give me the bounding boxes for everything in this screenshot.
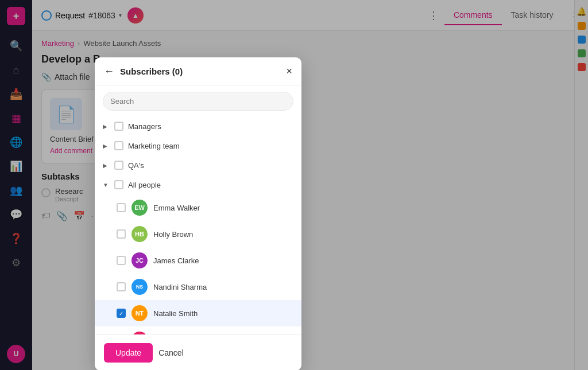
person-james-clarke[interactable]: JC James Clarke [95, 247, 301, 274]
subscribers-modal: ← Subscribers (0) × ▶ Managers ▶ Marketi… [95, 57, 301, 370]
cancel-button[interactable]: Cancel [158, 348, 184, 357]
expand-arrow-qas: ▶ [103, 162, 110, 169]
checkbox-qas[interactable] [114, 161, 123, 170]
avatar-holly: HB [131, 226, 148, 242]
checkbox-nandini[interactable] [117, 282, 126, 291]
avatar-james: JC [131, 252, 148, 268]
group-marketing[interactable]: ▶ Marketing team [95, 136, 301, 155]
group-managers[interactable]: ▶ Managers [95, 116, 301, 136]
checkbox-marketing[interactable] [114, 141, 123, 150]
avatar-nandini: NS [131, 279, 148, 295]
group-qas[interactable]: ▶ QA's [95, 155, 301, 175]
expand-arrow-all-people: ▼ [103, 182, 110, 188]
checkbox-natalie[interactable]: ✓ [117, 309, 126, 318]
checkbox-holly[interactable] [117, 229, 126, 239]
person-name-natalie: Natalie Smith [153, 309, 198, 318]
checkbox-emma[interactable] [117, 203, 126, 212]
person-nandini-sharma[interactable]: NS Nandini Sharma [95, 274, 301, 300]
search-input[interactable] [110, 97, 286, 106]
search-container [103, 92, 293, 111]
expand-arrow-marketing: ▶ [103, 143, 110, 149]
avatar-emma: EW [131, 200, 148, 216]
person-natalie-smith[interactable]: ✓ NT Natalie Smith [95, 300, 301, 326]
checkbox-james[interactable] [117, 256, 126, 265]
modal-footer: Update Cancel [95, 334, 301, 370]
group-name-managers: Managers [128, 122, 161, 131]
group-name-all-people: All people [128, 181, 161, 189]
avatar-natalie: NT [131, 305, 148, 321]
person-emma-walker[interactable]: EW Emma Walker [95, 194, 301, 221]
person-holly-brown[interactable]: HB Holly Brown [95, 221, 301, 247]
person-name-holly: Holly Brown [153, 230, 193, 239]
checkbox-managers[interactable] [114, 122, 123, 131]
modal-title: Subscribers (0) [120, 67, 280, 76]
checkbox-all-people[interactable] [114, 180, 123, 189]
person-name-nandini: Nandini Sharma [153, 283, 207, 291]
group-all-people[interactable]: ▼ All people [95, 175, 301, 194]
person-name-emma: Emma Walker [153, 204, 200, 212]
group-name-qas: QA's [128, 161, 144, 170]
modal-header: ← Subscribers (0) × [95, 57, 301, 86]
expand-arrow-managers: ▶ [103, 123, 110, 130]
person-name-james: James Clarke [153, 256, 199, 265]
group-name-marketing: Marketing team [128, 142, 180, 150]
modal-close-button[interactable]: × [286, 65, 292, 77]
person-paul-lopez[interactable]: PL Paul Lopez [95, 326, 301, 334]
avatar-paul: PL [131, 332, 148, 334]
modal-list: ▶ Managers ▶ Marketing team ▶ QA's ▼ All… [95, 116, 301, 334]
modal-back-button[interactable]: ← [104, 65, 114, 77]
update-button[interactable]: Update [104, 343, 153, 363]
